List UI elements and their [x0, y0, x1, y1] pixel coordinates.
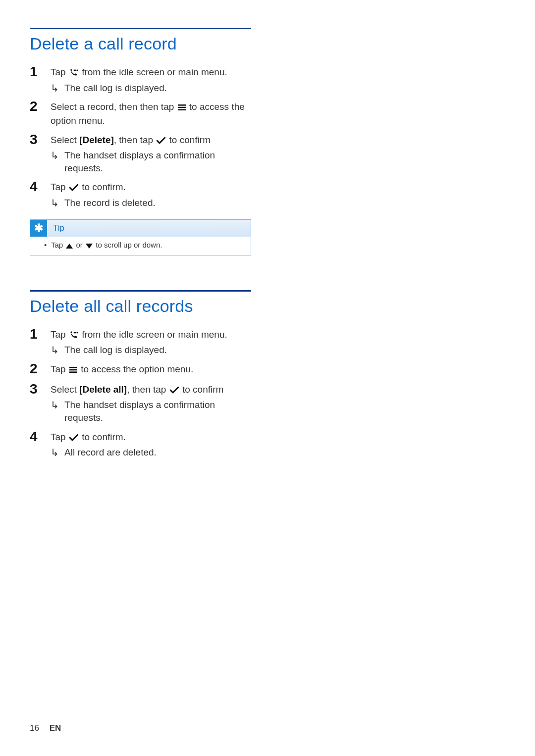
result-text: The call log is displayed. — [64, 344, 251, 356]
step-text: Select [Delete], then tap to confirm — [51, 135, 211, 145]
svg-point-6 — [75, 332, 77, 333]
tip-text-post: to scroll up or down. — [94, 241, 162, 249]
step-body: Select [Delete all], then tap to confirm… — [51, 382, 251, 424]
step-text-mid: , then tap — [127, 384, 169, 395]
step-number: 3 — [30, 132, 51, 148]
step-text: Select [Delete all], then tap to confirm — [51, 384, 223, 395]
step-bold: [Delete] — [79, 135, 114, 145]
content-column: Delete a call record 1 Tap from the idle… — [30, 28, 251, 459]
step-number: 1 — [30, 327, 51, 342]
svg-point-2 — [74, 70, 75, 71]
step: 3 Select [Delete], then tap to confirm ↳… — [30, 132, 251, 175]
tip-header: ✱ Tip — [30, 220, 251, 237]
page-number: 16 — [30, 723, 39, 733]
step-number: 4 — [30, 179, 51, 195]
result-text: The handset displays a confirmation requ… — [64, 399, 251, 424]
step-text: Select a record, then then tap to access… — [51, 101, 245, 126]
svg-rect-5 — [178, 109, 186, 111]
check-icon — [69, 432, 78, 445]
language-code: EN — [50, 723, 61, 733]
call-log-icon — [69, 329, 78, 342]
step-text: Tap to access the option menu. — [51, 364, 193, 374]
step-body: Select a record, then then tap to access… — [51, 99, 251, 127]
step-body: Tap to confirm. ↳ The record is deleted. — [51, 179, 251, 209]
result-text: All record are deleted. — [64, 446, 251, 459]
result-line: ↳ The call log is displayed. — [51, 82, 251, 95]
tip-item: Tap or to scroll up or down. — [44, 241, 245, 250]
step-text-post: to access the option menu. — [78, 364, 193, 374]
step-text-post: from the idle screen or main menu. — [79, 67, 227, 77]
result-text: The record is deleted. — [64, 197, 251, 209]
svg-rect-10 — [69, 369, 77, 371]
check-icon — [69, 182, 78, 195]
triangle-up-icon — [66, 242, 73, 250]
result-arrow-icon: ↳ — [51, 82, 64, 94]
step-text-pre: Tap — [51, 67, 68, 77]
step: 4 Tap to confirm. ↳ All record are delet… — [30, 429, 251, 459]
asterisk-icon: ✱ — [30, 220, 47, 237]
svg-point-7 — [77, 332, 78, 333]
step-number: 3 — [30, 382, 51, 397]
step-text-pre: Tap — [51, 182, 68, 192]
step-text-post: to confirm. — [79, 432, 126, 442]
result-arrow-icon: ↳ — [51, 399, 64, 411]
svg-point-8 — [74, 332, 75, 333]
svg-point-1 — [77, 70, 78, 71]
menu-icon — [178, 101, 186, 114]
svg-rect-11 — [69, 371, 77, 373]
svg-rect-3 — [178, 104, 186, 106]
step: 2 Tap to access the option menu. — [30, 361, 251, 377]
call-log-icon — [69, 67, 78, 80]
step-text-post: to confirm — [180, 384, 224, 395]
page-footer: 16 EN — [30, 723, 61, 733]
tip-box: ✱ Tip Tap or to scroll up or down. — [30, 219, 251, 255]
steps-list: 1 Tap from the idle screen or main menu.… — [30, 64, 251, 209]
step: 3 Select [Delete all], then tap to confi… — [30, 382, 251, 424]
svg-rect-9 — [69, 367, 77, 368]
result-line: ↳ The record is deleted. — [51, 197, 251, 209]
step-text-mid: , then tap — [114, 135, 156, 145]
result-arrow-icon: ↳ — [51, 446, 64, 458]
step: 1 Tap from the idle screen or main menu.… — [30, 327, 251, 356]
section-heading: Delete a call record — [30, 34, 251, 53]
step-text-pre: Tap — [51, 432, 68, 442]
check-icon — [157, 135, 165, 148]
step-text: Tap to confirm. — [51, 432, 126, 442]
section-rule — [30, 290, 251, 292]
step-text-post: to confirm. — [79, 182, 126, 192]
step-body: Tap to access the option menu. — [51, 361, 251, 377]
step-text-pre: Select — [51, 135, 79, 145]
step-text: Tap from the idle screen or main menu. — [51, 329, 227, 340]
section-rule — [30, 28, 251, 29]
step-body: Tap from the idle screen or main menu. ↳… — [51, 327, 251, 356]
step-body: Select [Delete], then tap to confirm ↳ T… — [51, 132, 251, 175]
step-text-post: from the idle screen or main menu. — [79, 329, 227, 340]
step-text: Tap from the idle screen or main menu. — [51, 67, 227, 77]
result-arrow-icon: ↳ — [51, 197, 64, 209]
step-number: 2 — [30, 99, 51, 114]
step: 2 Select a record, then then tap to acce… — [30, 99, 251, 127]
tip-text-mid: or — [74, 241, 85, 249]
step-text: Tap to confirm. — [51, 182, 126, 192]
step-text-pre: Tap — [51, 364, 68, 374]
tip-body: Tap or to scroll up or down. — [30, 237, 251, 255]
menu-icon — [69, 364, 77, 377]
step-body: Tap to confirm. ↳ All record are deleted… — [51, 429, 251, 459]
result-line: ↳ The call log is displayed. — [51, 344, 251, 356]
svg-rect-4 — [178, 107, 186, 108]
result-line: ↳ All record are deleted. — [51, 446, 251, 459]
step: 4 Tap to confirm. ↳ The record is delete… — [30, 179, 251, 209]
step-text-post: to confirm — [166, 135, 211, 145]
step-number: 2 — [30, 361, 51, 377]
result-line: ↳ The handset displays a confirmation re… — [51, 149, 251, 174]
svg-point-0 — [75, 70, 77, 71]
steps-list: 1 Tap from the idle screen or main menu.… — [30, 327, 251, 459]
step-number: 4 — [30, 429, 51, 445]
step-number: 1 — [30, 64, 51, 80]
step-text-pre: Tap — [51, 329, 68, 340]
step: 1 Tap from the idle screen or main menu.… — [30, 64, 251, 94]
result-line: ↳ The handset displays a confirmation re… — [51, 399, 251, 424]
result-arrow-icon: ↳ — [51, 149, 64, 161]
step-text-pre: Select — [51, 384, 79, 395]
result-text: The call log is displayed. — [64, 82, 251, 95]
